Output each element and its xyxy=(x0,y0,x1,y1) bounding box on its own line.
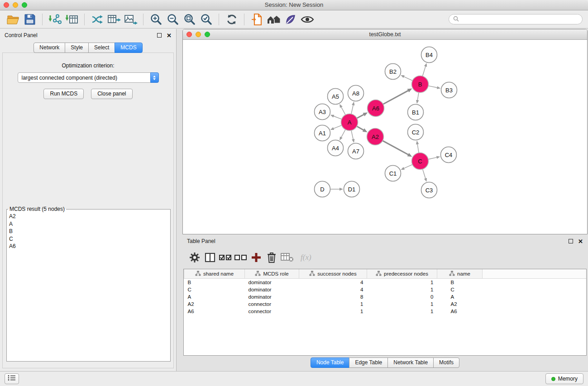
edge-A-A5[interactable] xyxy=(339,104,345,115)
task-history-button[interactable] xyxy=(5,373,19,384)
node-A1[interactable]: A1 xyxy=(315,125,330,141)
mcds-result-item[interactable]: C xyxy=(7,235,170,243)
mcds-result-item[interactable]: A6 xyxy=(7,243,170,250)
dropdown-stepper-icon[interactable] xyxy=(150,72,159,83)
table-cell[interactable]: A2 xyxy=(184,300,245,308)
column-header-MCDS-role[interactable]: MCDS role xyxy=(245,269,299,279)
node-A2[interactable]: A2 xyxy=(367,129,384,145)
network-zoom-button[interactable] xyxy=(205,32,210,37)
split-column-icon[interactable] xyxy=(202,251,218,264)
edge-A-A7[interactable] xyxy=(351,130,354,143)
node-B2[interactable]: B2 xyxy=(385,64,401,80)
node-B3[interactable]: B3 xyxy=(441,82,457,98)
table-cell[interactable]: 1 xyxy=(367,308,437,315)
table-tab-network-table[interactable]: Network Table xyxy=(387,357,434,368)
home-icon[interactable] xyxy=(265,12,282,27)
select-all-rows-icon[interactable] xyxy=(218,251,233,264)
node-B1[interactable]: B1 xyxy=(408,105,424,120)
table-cell[interactable]: dominator xyxy=(245,293,299,300)
add-column-icon[interactable] xyxy=(249,251,264,264)
zoom-selected-icon[interactable] xyxy=(198,12,215,27)
edge-A2-C[interactable] xyxy=(382,141,412,157)
node-A8[interactable]: A8 xyxy=(348,86,364,101)
table-cell[interactable]: A xyxy=(437,293,483,300)
edge-A-A2[interactable] xyxy=(357,126,367,132)
column-header-predecessor-nodes[interactable]: predecessor nodes xyxy=(367,269,437,279)
table-cell[interactable]: 1 xyxy=(299,300,367,308)
delete-column-icon[interactable] xyxy=(264,251,279,264)
table-cell[interactable]: A2 xyxy=(437,300,483,308)
close-panel-icon[interactable]: ✕ xyxy=(167,33,172,38)
table-tab-motifs[interactable]: Motifs xyxy=(433,357,459,368)
node-B4[interactable]: B4 xyxy=(421,47,437,63)
node-C[interactable]: C xyxy=(412,153,429,170)
table-cell[interactable]: connector xyxy=(245,308,299,315)
edge-B-B3[interactable] xyxy=(428,86,440,89)
close-window-button[interactable] xyxy=(4,2,9,8)
table-cell[interactable]: A xyxy=(184,293,245,300)
edge-B-B1[interactable] xyxy=(416,92,419,104)
edge-D-D1[interactable] xyxy=(330,188,344,191)
edge-A6-B[interactable] xyxy=(383,89,412,105)
zoom-in-icon[interactable] xyxy=(148,12,164,27)
node-D1[interactable]: D1 xyxy=(344,181,360,197)
column-header-name[interactable]: name xyxy=(437,269,483,279)
column-header-successor-nodes[interactable]: successor nodes xyxy=(299,269,367,279)
close-panel-button[interactable]: Close panel xyxy=(91,89,132,99)
network-minimize-button[interactable] xyxy=(196,32,201,37)
table-cell[interactable]: C xyxy=(437,286,483,293)
table-cell[interactable]: 1 xyxy=(367,286,437,293)
table-cell[interactable]: C xyxy=(184,286,245,293)
search-box[interactable] xyxy=(449,14,583,24)
edge-A-A4[interactable] xyxy=(339,129,345,140)
table-cell[interactable]: 4 xyxy=(299,279,367,286)
table-cell[interactable]: 1 xyxy=(299,308,367,315)
table-cell[interactable]: dominator xyxy=(245,286,299,293)
table-settings-icon[interactable] xyxy=(187,251,202,264)
edge-A-A6[interactable] xyxy=(357,112,368,118)
pen-icon[interactable] xyxy=(282,12,299,27)
copy-document-icon[interactable] xyxy=(249,12,265,27)
network-close-button[interactable] xyxy=(186,32,192,37)
table-cell[interactable]: A6 xyxy=(437,308,483,315)
node-A7[interactable]: A7 xyxy=(348,143,364,159)
minimize-window-button[interactable] xyxy=(13,2,18,8)
table-row[interactable]: Cdominator41C xyxy=(184,286,587,293)
zoom-window-button[interactable] xyxy=(22,2,27,8)
node-A6[interactable]: A6 xyxy=(368,100,384,117)
table-row[interactable]: Adominator80A xyxy=(184,293,587,300)
criterion-dropdown[interactable]: largest connected component (directed) xyxy=(18,72,159,83)
table-cell[interactable]: B xyxy=(437,279,483,286)
edge-A-A8[interactable] xyxy=(351,102,354,114)
node-A5[interactable]: A5 xyxy=(328,89,344,105)
table-tab-node-table[interactable]: Node Table xyxy=(311,357,350,368)
edge-C-C1[interactable] xyxy=(401,165,412,170)
table-cell[interactable]: A6 xyxy=(184,308,245,315)
node-B[interactable]: B xyxy=(412,76,429,93)
edge-B-B4[interactable] xyxy=(422,63,427,76)
edge-A-A1[interactable] xyxy=(330,125,342,130)
node-C3[interactable]: C3 xyxy=(421,182,437,198)
table-cell[interactable]: B xyxy=(184,279,245,286)
node-A3[interactable]: A3 xyxy=(315,104,330,120)
export-image-icon[interactable] xyxy=(122,12,139,27)
node-C1[interactable]: C1 xyxy=(385,166,401,181)
control-tab-mcds[interactable]: MCDS xyxy=(115,43,142,53)
table-cell[interactable]: 4 xyxy=(299,286,367,293)
network-canvas[interactable]: B4B2BB3A5A8A6A3B1AC2A1A2A4A7C4CC1DD1C3 xyxy=(183,40,587,234)
table-cell[interactable]: connector xyxy=(245,300,299,308)
function-builder-icon[interactable]: f(x) xyxy=(301,253,311,262)
edge-A-A3[interactable] xyxy=(330,115,342,119)
apply-layout-icon[interactable] xyxy=(223,12,240,27)
memory-button[interactable]: Memory xyxy=(545,373,583,384)
table-cell[interactable]: 1 xyxy=(367,300,437,308)
node-A4[interactable]: A4 xyxy=(328,140,344,156)
node-D[interactable]: D xyxy=(315,181,330,197)
run-mcds-button[interactable]: Run MCDS xyxy=(43,89,84,99)
delete-table-icon[interactable] xyxy=(279,251,295,264)
edge-C-C2[interactable] xyxy=(416,141,419,153)
table-cell[interactable]: 0 xyxy=(367,293,437,300)
import-network-icon[interactable] xyxy=(47,12,63,27)
table-cell[interactable]: 1 xyxy=(367,279,437,286)
table-tab-edge-table[interactable]: Edge Table xyxy=(349,357,388,368)
